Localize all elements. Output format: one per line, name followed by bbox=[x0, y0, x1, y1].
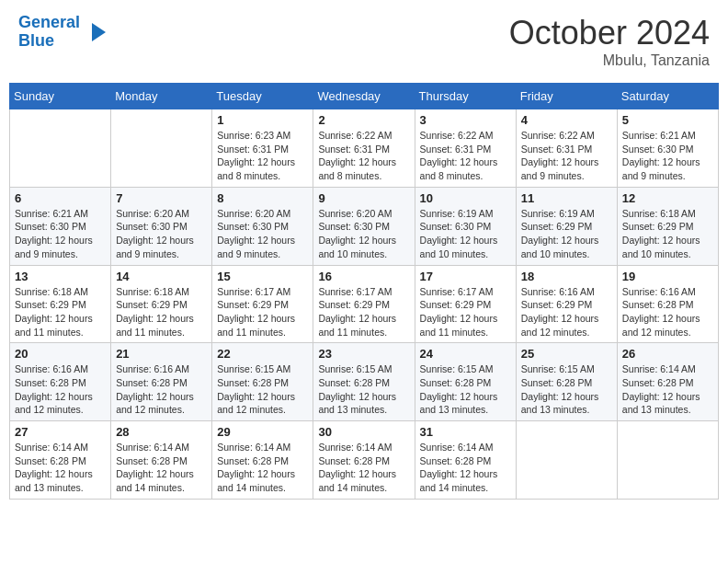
calendar-cell: 5Sunrise: 6:21 AM Sunset: 6:30 PM Daylig… bbox=[617, 109, 718, 188]
day-info: Sunrise: 6:14 AM Sunset: 6:28 PM Dayligh… bbox=[318, 441, 409, 495]
day-number: 14 bbox=[116, 270, 207, 283]
location-title: Mbulu, Tanzania bbox=[509, 52, 710, 69]
day-number: 17 bbox=[420, 270, 511, 283]
day-number: 27 bbox=[15, 425, 106, 439]
day-info: Sunrise: 6:20 AM Sunset: 6:30 PM Dayligh… bbox=[116, 207, 207, 261]
day-number: 5 bbox=[622, 113, 713, 127]
day-number: 18 bbox=[521, 270, 612, 283]
calendar-cell: 24Sunrise: 6:15 AM Sunset: 6:28 PM Dayli… bbox=[415, 343, 516, 421]
calendar-cell: 31Sunrise: 6:14 AM Sunset: 6:28 PM Dayli… bbox=[415, 421, 516, 500]
calendar-cell: 28Sunrise: 6:14 AM Sunset: 6:28 PM Dayli… bbox=[111, 421, 212, 500]
calendar-cell: 1Sunrise: 6:23 AM Sunset: 6:31 PM Daylig… bbox=[212, 109, 313, 188]
calendar-cell: 7Sunrise: 6:20 AM Sunset: 6:30 PM Daylig… bbox=[111, 187, 212, 265]
calendar-cell: 10Sunrise: 6:19 AM Sunset: 6:30 PM Dayli… bbox=[415, 187, 516, 265]
day-number: 11 bbox=[521, 191, 612, 205]
day-number: 15 bbox=[217, 270, 308, 283]
day-number: 2 bbox=[318, 113, 409, 127]
day-info: Sunrise: 6:16 AM Sunset: 6:28 PM Dayligh… bbox=[116, 362, 207, 417]
day-info: Sunrise: 6:14 AM Sunset: 6:28 PM Dayligh… bbox=[15, 441, 106, 495]
day-number: 4 bbox=[521, 113, 612, 127]
day-number: 3 bbox=[420, 113, 511, 127]
day-info: Sunrise: 6:20 AM Sunset: 6:30 PM Dayligh… bbox=[217, 207, 308, 261]
calendar-week: 1Sunrise: 6:23 AM Sunset: 6:31 PM Daylig… bbox=[10, 109, 719, 188]
calendar-cell: 9Sunrise: 6:20 AM Sunset: 6:30 PM Daylig… bbox=[313, 187, 415, 265]
calendar-cell: 18Sunrise: 6:16 AM Sunset: 6:29 PM Dayli… bbox=[516, 265, 617, 343]
day-number: 19 bbox=[622, 270, 713, 283]
day-info: Sunrise: 6:15 AM Sunset: 6:28 PM Dayligh… bbox=[521, 362, 612, 417]
day-info: Sunrise: 6:17 AM Sunset: 6:29 PM Dayligh… bbox=[420, 285, 511, 339]
calendar-cell: 30Sunrise: 6:14 AM Sunset: 6:28 PM Dayli… bbox=[313, 421, 415, 500]
day-number: 22 bbox=[217, 347, 308, 361]
calendar-cell: 19Sunrise: 6:16 AM Sunset: 6:28 PM Dayli… bbox=[617, 265, 718, 343]
day-info: Sunrise: 6:22 AM Sunset: 6:31 PM Dayligh… bbox=[420, 129, 511, 183]
day-info: Sunrise: 6:18 AM Sunset: 6:29 PM Dayligh… bbox=[116, 285, 207, 339]
logo-text: General Blue bbox=[18, 14, 80, 51]
day-info: Sunrise: 6:21 AM Sunset: 6:30 PM Dayligh… bbox=[15, 207, 106, 261]
logo-icon bbox=[83, 18, 110, 46]
weekday-header: Friday bbox=[516, 84, 617, 109]
title-block: October 2024 Mbulu, Tanzania bbox=[509, 14, 710, 69]
calendar-cell bbox=[516, 421, 617, 500]
page-header: General Blue October 2024 Mbulu, Tanzani… bbox=[9, 9, 719, 74]
weekday-header: Thursday bbox=[415, 84, 516, 109]
day-number: 20 bbox=[15, 347, 106, 361]
day-info: Sunrise: 6:23 AM Sunset: 6:31 PM Dayligh… bbox=[217, 129, 308, 183]
calendar-cell: 13Sunrise: 6:18 AM Sunset: 6:29 PM Dayli… bbox=[10, 265, 111, 343]
day-number: 7 bbox=[116, 191, 207, 205]
calendar-cell: 8Sunrise: 6:20 AM Sunset: 6:30 PM Daylig… bbox=[212, 187, 313, 265]
day-number: 8 bbox=[217, 191, 308, 205]
day-number: 12 bbox=[622, 191, 713, 205]
day-info: Sunrise: 6:14 AM Sunset: 6:28 PM Dayligh… bbox=[622, 362, 713, 417]
calendar-week: 13Sunrise: 6:18 AM Sunset: 6:29 PM Dayli… bbox=[10, 265, 719, 343]
day-info: Sunrise: 6:21 AM Sunset: 6:30 PM Dayligh… bbox=[622, 129, 713, 183]
day-number: 31 bbox=[420, 425, 511, 439]
calendar-cell: 4Sunrise: 6:22 AM Sunset: 6:31 PM Daylig… bbox=[516, 109, 617, 188]
day-info: Sunrise: 6:19 AM Sunset: 6:29 PM Dayligh… bbox=[521, 207, 612, 261]
day-number: 6 bbox=[15, 191, 106, 205]
weekday-header: Wednesday bbox=[313, 84, 415, 109]
calendar-cell: 22Sunrise: 6:15 AM Sunset: 6:28 PM Dayli… bbox=[212, 343, 313, 421]
day-info: Sunrise: 6:16 AM Sunset: 6:28 PM Dayligh… bbox=[622, 285, 713, 339]
calendar-cell bbox=[617, 421, 718, 500]
calendar-cell: 6Sunrise: 6:21 AM Sunset: 6:30 PM Daylig… bbox=[10, 187, 111, 265]
day-info: Sunrise: 6:15 AM Sunset: 6:28 PM Dayligh… bbox=[318, 362, 409, 417]
calendar-cell bbox=[111, 109, 212, 188]
calendar-cell: 20Sunrise: 6:16 AM Sunset: 6:28 PM Dayli… bbox=[10, 343, 111, 421]
calendar-cell bbox=[10, 109, 111, 188]
calendar-week: 27Sunrise: 6:14 AM Sunset: 6:28 PM Dayli… bbox=[10, 421, 719, 500]
calendar-cell: 21Sunrise: 6:16 AM Sunset: 6:28 PM Dayli… bbox=[111, 343, 212, 421]
calendar-cell: 17Sunrise: 6:17 AM Sunset: 6:29 PM Dayli… bbox=[415, 265, 516, 343]
weekday-header: Sunday bbox=[10, 84, 111, 109]
calendar-week: 20Sunrise: 6:16 AM Sunset: 6:28 PM Dayli… bbox=[10, 343, 719, 421]
day-info: Sunrise: 6:22 AM Sunset: 6:31 PM Dayligh… bbox=[318, 129, 409, 183]
day-number: 10 bbox=[420, 191, 511, 205]
calendar-week: 6Sunrise: 6:21 AM Sunset: 6:30 PM Daylig… bbox=[10, 187, 719, 265]
day-number: 24 bbox=[420, 347, 511, 361]
day-number: 30 bbox=[318, 425, 409, 439]
calendar-cell: 11Sunrise: 6:19 AM Sunset: 6:29 PM Dayli… bbox=[516, 187, 617, 265]
month-title: October 2024 bbox=[509, 14, 710, 52]
day-info: Sunrise: 6:17 AM Sunset: 6:29 PM Dayligh… bbox=[217, 285, 308, 339]
day-info: Sunrise: 6:16 AM Sunset: 6:29 PM Dayligh… bbox=[521, 285, 612, 339]
day-number: 25 bbox=[521, 347, 612, 361]
calendar-cell: 2Sunrise: 6:22 AM Sunset: 6:31 PM Daylig… bbox=[313, 109, 415, 188]
calendar-cell: 15Sunrise: 6:17 AM Sunset: 6:29 PM Dayli… bbox=[212, 265, 313, 343]
day-info: Sunrise: 6:14 AM Sunset: 6:28 PM Dayligh… bbox=[217, 441, 308, 495]
day-info: Sunrise: 6:18 AM Sunset: 6:29 PM Dayligh… bbox=[622, 207, 713, 261]
day-number: 23 bbox=[318, 347, 409, 361]
calendar-table: SundayMondayTuesdayWednesdayThursdayFrid… bbox=[9, 83, 719, 500]
calendar-cell: 27Sunrise: 6:14 AM Sunset: 6:28 PM Dayli… bbox=[10, 421, 111, 500]
day-info: Sunrise: 6:19 AM Sunset: 6:30 PM Dayligh… bbox=[420, 207, 511, 261]
day-info: Sunrise: 6:22 AM Sunset: 6:31 PM Dayligh… bbox=[521, 129, 612, 183]
calendar-cell: 14Sunrise: 6:18 AM Sunset: 6:29 PM Dayli… bbox=[111, 265, 212, 343]
day-number: 21 bbox=[116, 347, 207, 361]
day-info: Sunrise: 6:14 AM Sunset: 6:28 PM Dayligh… bbox=[420, 441, 511, 495]
day-info: Sunrise: 6:18 AM Sunset: 6:29 PM Dayligh… bbox=[15, 285, 106, 339]
calendar-cell: 29Sunrise: 6:14 AM Sunset: 6:28 PM Dayli… bbox=[212, 421, 313, 500]
weekday-header-row: SundayMondayTuesdayWednesdayThursdayFrid… bbox=[10, 84, 719, 109]
weekday-header: Tuesday bbox=[212, 84, 313, 109]
logo: General Blue bbox=[18, 14, 110, 51]
calendar-cell: 16Sunrise: 6:17 AM Sunset: 6:29 PM Dayli… bbox=[313, 265, 415, 343]
day-number: 13 bbox=[15, 270, 106, 283]
weekday-header: Saturday bbox=[617, 84, 718, 109]
